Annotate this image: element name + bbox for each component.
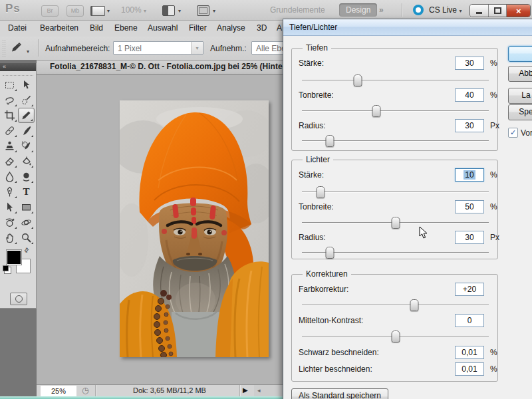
highlights-tonal-field[interactable]: 50 — [455, 200, 484, 213]
midtone-contrast-slider[interactable] — [302, 331, 489, 342]
dialog-title-bar[interactable]: Tiefen/Lichter — [283, 19, 532, 36]
grip-handle[interactable] — [2, 39, 5, 57]
shadows-radius-slider[interactable] — [302, 135, 489, 146]
highlights-tonal-label: Tonbreite: — [299, 202, 334, 211]
tool-path-selection[interactable] — [1, 200, 18, 215]
history-brush-icon — [21, 140, 32, 152]
tool-3d-orbit[interactable] — [18, 215, 35, 230]
restore-button[interactable] — [489, 5, 507, 17]
load-button[interactable]: La — [508, 88, 532, 104]
slider-thumb[interactable] — [326, 135, 334, 147]
highlights-amount-field[interactable]: 10 — [455, 168, 484, 182]
ok-button[interactable] — [508, 46, 532, 62]
preview-checkbox[interactable]: ✓ — [508, 128, 518, 138]
cancel-button[interactable]: Abb — [508, 66, 532, 82]
tool-crop[interactable] — [1, 108, 18, 123]
slider-thumb[interactable] — [317, 186, 325, 198]
shadows-amount-field[interactable]: 30 — [455, 57, 484, 70]
close-button[interactable]: × — [507, 5, 530, 17]
minimize-icon — [476, 12, 482, 14]
highlights-radius-field[interactable]: 30 — [455, 231, 484, 244]
tool-clone-stamp[interactable] — [1, 138, 18, 154]
black-clip-field[interactable]: 0,01 — [455, 346, 484, 359]
menu-auswahl[interactable]: Auswahl — [148, 23, 178, 33]
arrange-documents-icon[interactable] — [162, 5, 175, 16]
save-button[interactable]: Spe — [508, 104, 532, 120]
tool-gradient[interactable] — [18, 154, 35, 169]
sample-size-select[interactable]: 1 Pixel ▾ — [113, 41, 203, 55]
white-clip-field[interactable]: 0,01 — [455, 362, 484, 376]
minimize-button[interactable] — [470, 5, 489, 17]
tool-3d-rotate[interactable] — [1, 215, 18, 230]
tool-dodge-burn[interactable] — [18, 169, 35, 184]
shadows-tonal-slider[interactable] — [302, 105, 489, 116]
quick-mask-button[interactable] — [10, 293, 27, 305]
zoom-dropdown-icon[interactable]: ▾ — [144, 8, 146, 14]
slider-thumb[interactable] — [391, 217, 400, 229]
view-extras-icon[interactable] — [90, 6, 105, 16]
eyedropper-preset-icon[interactable] — [10, 41, 23, 56]
minibridge-button[interactable]: Mb — [66, 5, 84, 17]
tool-eyedropper[interactable] — [18, 108, 35, 123]
menu-analyse[interactable]: Analyse — [217, 23, 245, 33]
scroll-left-icon[interactable]: ◂ — [257, 387, 261, 394]
workspace-overflow-icon[interactable]: » — [379, 5, 383, 15]
workspace-design[interactable]: Design — [339, 3, 377, 17]
tool-move[interactable] — [18, 77, 35, 92]
highlights-amount-slider[interactable] — [302, 186, 489, 198]
tool-history-brush[interactable] — [18, 138, 35, 154]
tool-rectangular-marquee[interactable] — [1, 77, 18, 92]
tools-panel-header[interactable]: « — [0, 63, 36, 71]
arrange-dropdown-icon[interactable]: ▾ — [178, 8, 181, 14]
preview-checkbox-row: ✓ Vor — [508, 128, 532, 138]
view-extras-dropdown-icon[interactable]: ▾ — [107, 8, 110, 14]
document-tab[interactable]: Fotolia_21678831_M-© D. Ott - Fotolia.co… — [50, 62, 303, 71]
menu-bild[interactable]: Bild — [90, 23, 103, 33]
tool-spot-healing[interactable] — [1, 123, 18, 138]
tool-eraser[interactable] — [1, 154, 18, 169]
tool-quick-selection[interactable] — [18, 92, 35, 108]
tool-shape[interactable] — [18, 200, 35, 215]
tool-zoom[interactable] — [18, 230, 35, 245]
tool-pen[interactable] — [1, 184, 18, 200]
document-image[interactable] — [120, 100, 269, 357]
screenmode-dropdown-icon[interactable]: ▾ — [213, 8, 215, 14]
slider-thumb[interactable] — [372, 105, 381, 117]
menu-ebene[interactable]: Ebene — [114, 23, 138, 33]
tool-lasso[interactable] — [1, 92, 18, 108]
cs-live-button[interactable]: CS Live ▾ — [429, 5, 462, 15]
highlights-radius-slider[interactable] — [302, 247, 489, 258]
status-zoom-field[interactable]: 25% — [41, 386, 76, 396]
menu-filter[interactable]: Filter — [189, 23, 207, 33]
combo-dropdown-icon[interactable]: ▾ — [191, 42, 203, 54]
slider-thumb[interactable] — [354, 74, 362, 86]
highlights-tonal-slider[interactable] — [302, 217, 489, 228]
menu-bearbeiten[interactable]: Bearbeiten — [40, 23, 78, 33]
slider-thumb[interactable] — [410, 299, 418, 311]
tool-blur[interactable] — [1, 169, 18, 184]
menu-ansicht[interactable]: A — [277, 23, 282, 33]
foreground-color-swatch[interactable] — [6, 249, 22, 265]
shadows-tonal-field[interactable]: 40 — [455, 88, 484, 102]
save-as-default-button[interactable]: Als Standard speichern — [291, 388, 388, 399]
menu-datei[interactable]: Datei — [8, 23, 27, 33]
tool-brush[interactable] — [18, 123, 35, 138]
workspace-grundelemente[interactable]: Grundelemente — [270, 5, 325, 15]
zoom-level-control[interactable]: 100% — [121, 5, 142, 15]
preset-dropdown-icon[interactable]: ▾ — [27, 49, 29, 55]
color-correction-field[interactable]: +20 — [455, 283, 484, 296]
bridge-button[interactable]: Br — [41, 5, 59, 17]
slider-thumb[interactable] — [391, 331, 400, 342]
midtone-contrast-field[interactable]: 0 — [455, 314, 484, 327]
swap-colors-icon[interactable]: ⇄ — [23, 246, 31, 254]
default-colors-icon[interactable] — [3, 265, 9, 271]
menu-3d[interactable]: 3D — [257, 23, 267, 33]
status-menu-arrow-icon[interactable]: ▶ — [243, 386, 248, 394]
screen-mode-icon[interactable] — [197, 5, 209, 16]
shadows-amount-slider[interactable] — [302, 74, 489, 86]
shadows-radius-field[interactable]: 30 — [455, 119, 484, 132]
tool-hand[interactable] — [1, 230, 18, 245]
color-correction-slider[interactable] — [302, 299, 489, 311]
tool-type[interactable]: T — [18, 184, 35, 200]
slider-thumb[interactable] — [326, 247, 334, 259]
